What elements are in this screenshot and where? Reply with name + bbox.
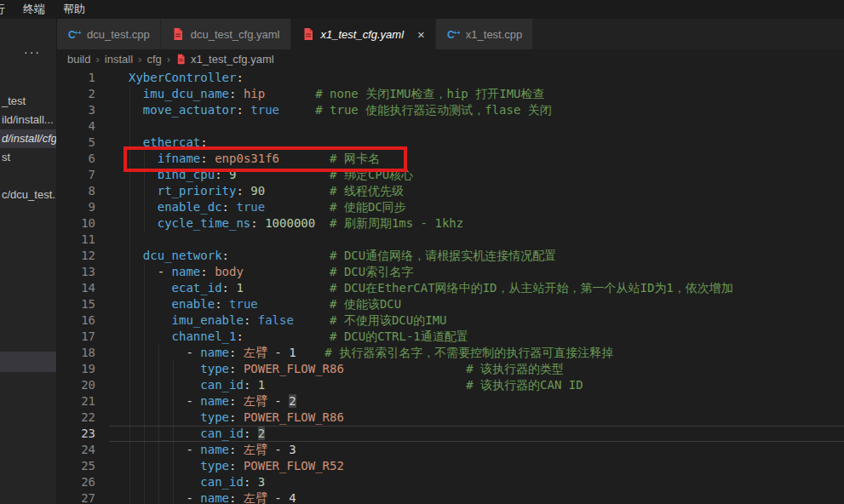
code-text: imu_enable: false # 不使用该DCU的IMU: [109, 312, 844, 329]
more-actions-icon[interactable]: ···: [24, 45, 41, 59]
code-line[interactable]: 24 - name: 左臂 - 3: [57, 442, 844, 458]
menu-item-2[interactable]: 帮助: [63, 2, 85, 17]
line-number[interactable]: 14: [57, 280, 109, 296]
line-number[interactable]: 12: [57, 248, 109, 264]
code-token: [129, 475, 200, 489]
sidebar-item[interactable]: ild/install...: [2, 111, 54, 129]
code-line[interactable]: 13 - name: body # DCU索引名字: [57, 264, 844, 280]
line-number[interactable]: 6: [57, 151, 109, 167]
line-number[interactable]: 17: [57, 329, 109, 345]
line-number[interactable]: 25: [57, 458, 109, 474]
line-number[interactable]: 8: [57, 183, 109, 199]
code-line[interactable]: 6 ifname: enp0s31f6 # 网卡名: [57, 151, 844, 167]
code-line[interactable]: 23 can_id: 2: [57, 426, 844, 442]
chevron-right-icon: ›: [167, 53, 170, 66]
code-token: name: [200, 394, 229, 408]
code-token: [236, 459, 243, 472]
line-number[interactable]: 4: [57, 118, 109, 135]
code-token: -: [186, 394, 200, 408]
line-number[interactable]: 24: [57, 442, 109, 458]
code-line[interactable]: 15 enable: true # 使能该DCU: [57, 296, 844, 312]
code-token: # DCU索引名字: [330, 265, 413, 278]
line-number[interactable]: 26: [57, 474, 109, 490]
code-line[interactable]: 22 type: POWER_FLOW_R86: [57, 410, 844, 426]
code-line[interactable]: 26 can_id: 3: [57, 474, 844, 490]
line-number[interactable]: 3: [57, 102, 109, 118]
code-line[interactable]: 17 channel_1: # DCU的CTRL-1通道配置: [57, 329, 844, 345]
code-line[interactable]: 5 ethercat:: [57, 135, 844, 151]
line-number[interactable]: 21: [57, 393, 109, 410]
code-token: # 绑定CPU核心: [330, 168, 413, 181]
menu-item-0[interactable]: 行: [0, 2, 5, 17]
close-icon[interactable]: ×: [417, 28, 425, 41]
tab-x1-test-cfg-yaml[interactable]: x1_test_cfg.yaml×: [291, 19, 435, 49]
code-token: [344, 362, 466, 375]
code-line[interactable]: 2 imu_dcu_name: hip # none 关闭IMU检查，hip 打…: [57, 86, 844, 102]
code-text: ethercat:: [109, 135, 844, 151]
line-number[interactable]: 27: [57, 490, 109, 504]
code-line[interactable]: 1XyberController:: [57, 70, 844, 86]
sidebar-item[interactable]: d/install/cfg: [0, 129, 56, 148]
code-token: [129, 410, 200, 424]
code-token: [250, 427, 257, 440]
sidebar-highlighted-row[interactable]: [0, 352, 56, 372]
code-line[interactable]: 19 type: POWER_FLOW_R86 # 该执行器的类型: [57, 361, 844, 377]
code-token: [129, 313, 172, 327]
code-token: [229, 249, 330, 262]
line-number[interactable]: 9: [57, 199, 109, 215]
line-number[interactable]: 1: [57, 70, 109, 86]
breadcrumb-segment[interactable]: cfg: [146, 53, 161, 66]
code-line[interactable]: 21 - name: 左臂 - 2: [57, 393, 844, 410]
indent-guide: [144, 151, 145, 232]
sidebar-item[interactable]: st: [2, 148, 10, 167]
code-line[interactable]: 8 rt_priority: 90 # 线程优先级: [57, 183, 844, 199]
breadcrumb-segment[interactable]: build: [67, 53, 90, 66]
line-number[interactable]: 20: [57, 377, 109, 393]
code-line[interactable]: 18 - name: 左臂 - 1 # 执行器索引名字，不需要控制的执行器可直接…: [57, 345, 844, 361]
code-line[interactable]: 20 can_id: 1 # 该执行器的CAN ID: [57, 377, 844, 393]
code-token: [265, 200, 330, 214]
code-token: 左臂: [244, 491, 267, 504]
code-line[interactable]: 12 dcu_network: # DCU通信网络，请根据实机连接情况配置: [57, 248, 844, 264]
code-editor[interactable]: 1XyberController:2 imu_dcu_name: hip # n…: [57, 68, 844, 504]
line-number[interactable]: 5: [57, 135, 109, 151]
code-line[interactable]: 7 bind_cpu: 9 # 绑定CPU核心: [57, 167, 844, 183]
code-line[interactable]: 4: [57, 118, 844, 135]
code-text: [109, 232, 844, 248]
menu-item-1[interactable]: 终端: [23, 2, 45, 17]
line-number[interactable]: 18: [57, 345, 109, 361]
code-token: can_id: [200, 378, 244, 392]
sidebar-item[interactable]: c/dcu_test...: [2, 186, 57, 204]
line-number[interactable]: 13: [57, 264, 109, 280]
line-number[interactable]: 23: [57, 426, 109, 442]
tab-dcu-test-cpp[interactable]: C++dcu_test.cpp: [57, 19, 160, 49]
sidebar-item[interactable]: _test: [2, 92, 26, 111]
breadcrumb-file[interactable]: x1_test_cfg.yaml: [175, 53, 274, 66]
code-line[interactable]: 10 cycle_time_ns: 1000000 # 刷新周期1ms - 1k…: [57, 215, 844, 232]
code-line[interactable]: 14 ecat_id: 1 # DCU在EtherCAT网络中的ID，从主站开始…: [57, 280, 844, 296]
code-token: -: [267, 394, 289, 408]
code-token: # 刷新周期1ms - 1khz: [330, 216, 463, 230]
line-number[interactable]: 22: [57, 410, 109, 426]
tab-x1-test-cpp[interactable]: C++x1_test.cpp: [436, 19, 533, 49]
cpp-file-icon: C++: [446, 27, 460, 41]
code-line[interactable]: 9 enable_dc: true # 使能DC同步: [57, 199, 844, 215]
line-number[interactable]: 2: [57, 86, 109, 102]
line-number[interactable]: 11: [57, 232, 109, 248]
code-line[interactable]: 11: [57, 232, 844, 248]
code-line[interactable]: 27 - name: 左臂 - 4: [57, 490, 844, 504]
code-token: :: [236, 71, 243, 84]
code-line[interactable]: 25 type: POWER_FLOW_R52: [57, 458, 844, 474]
code-token: [129, 443, 186, 456]
code-line[interactable]: 3 move_actuator: true # true 使能执行器运动测试，f…: [57, 102, 844, 118]
line-number[interactable]: 7: [57, 167, 109, 183]
code-token: move_actuator: [143, 103, 237, 117]
line-number[interactable]: 19: [57, 361, 109, 377]
code-line[interactable]: 16 imu_enable: false # 不使用该DCU的IMU: [57, 312, 844, 329]
code-text: type: POWER_FLOW_R86: [109, 410, 844, 426]
line-number[interactable]: 15: [57, 296, 109, 312]
breadcrumb-segment[interactable]: install: [105, 53, 133, 66]
line-number[interactable]: 10: [57, 215, 109, 232]
tab-dcu-test-cfg-yaml[interactable]: dcu_test_cfg.yaml: [161, 19, 290, 49]
line-number[interactable]: 16: [57, 312, 109, 329]
